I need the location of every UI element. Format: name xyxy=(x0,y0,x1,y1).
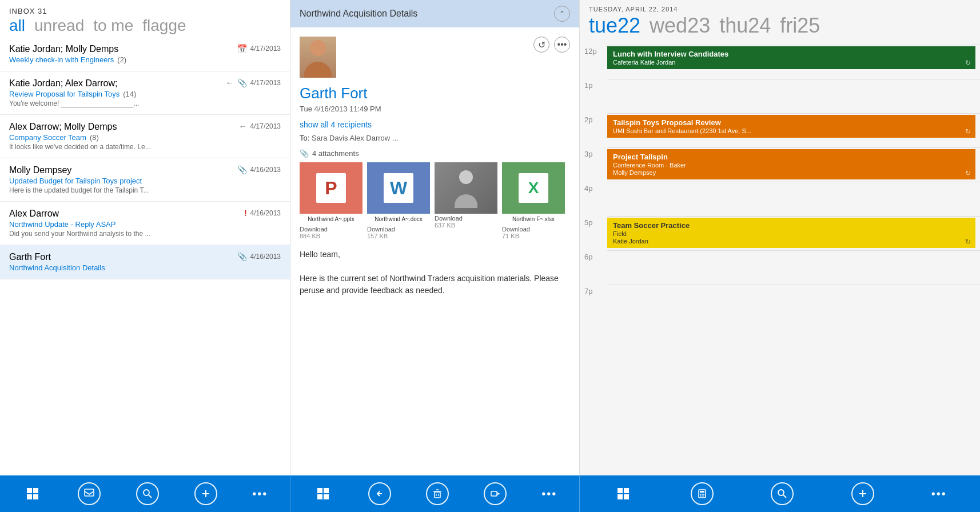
email-meta: ← 📎 4/17/2013 xyxy=(226,78,281,87)
detail-panel: Northwind Acquisition Details ⌃ ↺ ••• Ga… xyxy=(290,0,580,475)
svg-point-5 xyxy=(144,490,149,495)
inbox-title: INBOX 31 xyxy=(9,7,281,15)
attachment-item[interactable]: P Northwind A~.pptx Download 884 KB xyxy=(300,162,362,239)
move-button[interactable] xyxy=(484,482,507,505)
email-subject: Review Proposal for Tailspin Toys (14) xyxy=(9,90,281,98)
email-subject: Northwind Acquisition Details xyxy=(9,263,281,272)
time-row-7p: 7p xyxy=(580,285,980,319)
more-button[interactable]: ••• xyxy=(931,487,947,501)
collapse-icon[interactable]: ⌃ xyxy=(554,6,570,22)
email-count: (14) xyxy=(123,90,136,98)
subject-text: Updated Budget for Tailspin Toys project xyxy=(9,177,142,185)
grid-button[interactable] xyxy=(613,483,634,504)
time-row-12p: 12p Lunch with Interview Candidates Cafe… xyxy=(580,45,980,79)
attachments-grid: P Northwind A~.pptx Download 884 KB W xyxy=(300,162,570,239)
email-item[interactable]: Alex Darrow ! 4/16/2013 Northwind Update… xyxy=(0,202,290,245)
email-subject: Northwind Update - Reply ASAP xyxy=(9,220,281,229)
email-preview: You're welcome! ___________________... xyxy=(9,99,281,107)
event-title: Lunch with Interview Candidates xyxy=(613,50,970,58)
time-row-1p: 1p xyxy=(580,79,980,113)
show-recipients-link[interactable]: show all 4 recipients xyxy=(300,120,570,129)
email-preview: It looks like we've decided on a date/ti… xyxy=(9,143,281,151)
attachment-size: 884 KB xyxy=(300,233,362,239)
calendar-toolbar: ••• xyxy=(580,475,980,512)
more-button[interactable]: ••• xyxy=(252,487,268,501)
attachment-size: 71 KB xyxy=(502,233,565,239)
event-lunch-candidates[interactable]: Lunch with Interview Candidates Cafeteri… xyxy=(607,46,975,69)
grid-button[interactable] xyxy=(22,483,43,504)
attachments-section: 📎 4 attachments P Northwind A~.pptx Down… xyxy=(300,149,570,239)
time-events-7p xyxy=(607,285,980,319)
time-label-1p: 1p xyxy=(580,79,607,92)
docx-attachment-icon: W xyxy=(367,162,430,214)
event-detail: Field xyxy=(613,230,970,237)
sender-name: Garth Fort xyxy=(300,85,570,102)
delete-button[interactable] xyxy=(426,482,449,505)
cal-day-fri25[interactable]: fri25 xyxy=(780,14,820,38)
svg-rect-19 xyxy=(618,488,623,493)
more-options-button[interactable]: ••• xyxy=(554,37,570,53)
cal-day-wed23[interactable]: wed23 xyxy=(650,14,710,38)
email-sender: Katie Jordan; Molly Demps xyxy=(9,44,233,54)
attachment-filename: Northwind A~.docx xyxy=(367,214,430,225)
attachments-label: 📎 4 attachments xyxy=(300,149,570,158)
attachment-item[interactable]: W Northwind A~.docx Download 157 KB xyxy=(367,162,430,239)
filter-flagged[interactable]: flagge xyxy=(142,17,186,35)
svg-rect-11 xyxy=(317,494,322,499)
add-button[interactable] xyxy=(851,482,874,505)
time-label-4p: 4p xyxy=(580,182,607,195)
important-icon: ! xyxy=(245,209,247,218)
time-label-6p: 6p xyxy=(580,250,607,263)
reply-button[interactable]: ↺ xyxy=(533,37,549,53)
inbox-filters: all unread to me flagge xyxy=(9,17,281,35)
email-item[interactable]: Garth Fort 📎 4/16/2013 Northwind Acquisi… xyxy=(0,245,290,279)
time-events-5p: Team Soccer Practice Field Katie Jordan … xyxy=(607,216,980,250)
more-button[interactable]: ••• xyxy=(541,487,557,501)
add-button[interactable] xyxy=(194,482,217,505)
svg-rect-21 xyxy=(618,494,623,499)
email-body: Hello team, Here is the current set of N… xyxy=(300,249,570,297)
attachment-filename: Northwind A~.pptx xyxy=(300,214,362,225)
email-sender: Molly Dempsey xyxy=(9,165,233,175)
email-sender: Garth Fort xyxy=(9,252,233,262)
svg-line-32 xyxy=(783,495,786,498)
avatar xyxy=(300,37,336,78)
event-project-tailspin[interactable]: Project Tailspin Conference Room - Baker… xyxy=(607,149,975,179)
back-button[interactable] xyxy=(368,482,391,505)
search-button[interactable] xyxy=(771,482,794,505)
event-tailspin-proposal[interactable]: Tailspin Toys Proposal Review UMI Sushi … xyxy=(607,115,975,138)
cal-day-tue22[interactable]: tue22 xyxy=(589,14,640,38)
grid-button[interactable] xyxy=(313,483,333,504)
attachment-item[interactable]: X Northwin F~.xlsx Download 71 KB xyxy=(502,162,565,239)
search-button[interactable] xyxy=(136,482,159,505)
svg-point-29 xyxy=(702,495,703,497)
svg-point-27 xyxy=(703,494,704,495)
pptx-icon: P xyxy=(316,173,346,203)
filter-to-me[interactable]: to me xyxy=(93,17,133,35)
detail-header: Northwind Acquisition Details ⌃ xyxy=(290,0,579,27)
inbox-button[interactable] xyxy=(78,482,101,505)
event-soccer-practice[interactable]: Team Soccer Practice Field Katie Jordan … xyxy=(607,218,975,248)
attachment-icon: 📎 xyxy=(237,78,247,87)
filter-unread[interactable]: unread xyxy=(34,17,84,35)
attachment-item[interactable]: Download 637 KB xyxy=(435,162,497,239)
email-date: 4/17/2013 xyxy=(250,45,281,53)
cal-day-thu24[interactable]: thu24 xyxy=(719,14,771,38)
detail-title: Northwind Acquisition Details xyxy=(300,9,417,19)
time-row-4p: 4p xyxy=(580,182,980,216)
email-item[interactable]: Katie Jordan; Alex Darrow; ← 📎 4/17/2013… xyxy=(0,71,290,115)
email-item[interactable]: Alex Darrow; Molly Demps ← 4/17/2013 Com… xyxy=(0,115,290,158)
refresh-icon: ↻ xyxy=(965,59,971,67)
email-date: 4/16/2013 xyxy=(250,253,281,261)
email-item[interactable]: Katie Jordan; Molly Demps 📅 4/17/2013 We… xyxy=(0,37,290,71)
time-row-6p: 6p xyxy=(580,250,980,285)
subject-text: Review Proposal for Tailspin Toys xyxy=(9,90,119,98)
filter-all[interactable]: all xyxy=(9,17,25,35)
email-meta: ← 4/17/2013 xyxy=(239,122,281,131)
email-item[interactable]: Molly Dempsey 📎 4/16/2013 Updated Budget… xyxy=(0,158,290,202)
calculator-button[interactable] xyxy=(691,482,714,505)
email-subject: Weekly check-in with Engineers (2) xyxy=(9,55,281,64)
reply-icon: ← xyxy=(239,122,247,131)
calendar-icon: 📅 xyxy=(237,44,247,53)
svg-rect-20 xyxy=(624,488,629,493)
